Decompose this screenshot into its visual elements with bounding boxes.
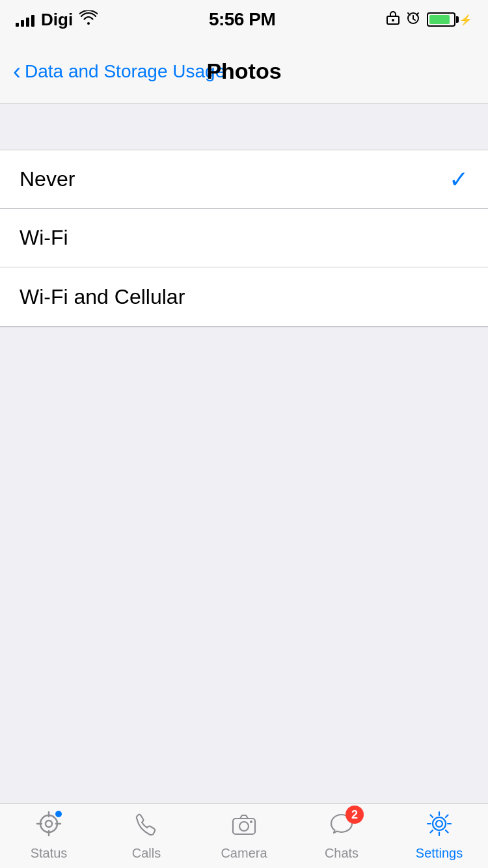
tab-item-camera[interactable]: Camera [195,804,293,868]
signal-bars-icon [16,12,34,27]
back-button[interactable]: ‹ Data and Storage Usage [13,60,225,83]
lock-icon [386,10,400,29]
tab-item-status[interactable]: Status [0,804,98,868]
svg-point-13 [433,817,446,830]
status-right: ⚡ [386,10,472,29]
tab-chats-label: Chats [325,846,359,861]
svg-point-1 [392,19,394,21]
tab-item-calls[interactable]: Calls [98,804,195,868]
tab-calls-label: Calls [132,846,161,861]
settings-tab-icon [426,811,452,842]
status-bar: Digi 5:56 PM [0,0,488,39]
chats-tab-icon: 2 [329,811,355,842]
svg-point-11 [250,821,252,823]
option-never-label: Never [20,167,75,191]
tab-item-settings[interactable]: Settings [390,804,488,868]
option-wifi[interactable]: Wi-Fi [0,209,488,267]
wifi-icon [79,10,98,29]
tab-status-label: Status [31,846,68,861]
page-title: Photos [206,59,281,84]
camera-tab-icon [231,811,257,842]
checkmark-icon: ✓ [449,166,468,193]
status-tab-icon [36,811,62,842]
carrier-label: Digi [41,10,73,30]
option-wifi-cellular-label: Wi-Fi and Cellular [20,285,185,309]
alarm-icon [406,10,420,29]
empty-content-area [0,327,488,803]
tab-bar: Status Calls Camera 2 Chat [0,803,488,868]
tab-settings-label: Settings [416,846,463,861]
time-display: 5:56 PM [209,9,275,30]
calls-tab-icon [133,811,159,842]
chats-badge: 2 [346,806,364,824]
section-spacer-top [0,104,488,150]
charging-icon: ⚡ [459,14,472,26]
tab-item-chats[interactable]: 2 Chats [293,804,390,868]
options-list: Never ✓ Wi-Fi Wi-Fi and Cellular [0,150,488,327]
svg-point-10 [239,822,249,831]
svg-point-4 [46,821,52,827]
battery-indicator: ⚡ [427,12,472,27]
svg-point-12 [436,821,442,827]
option-wifi-cellular[interactable]: Wi-Fi and Cellular [0,267,488,326]
back-label: Data and Storage Usage [25,61,225,82]
option-never[interactable]: Never ✓ [0,150,488,209]
navigation-bar: ‹ Data and Storage Usage Photos [0,39,488,104]
tab-camera-label: Camera [221,846,267,861]
svg-point-3 [40,815,57,832]
chevron-left-icon: ‹ [13,60,21,83]
status-dot [54,809,63,819]
status-left: Digi [16,10,98,30]
option-wifi-label: Wi-Fi [20,226,68,250]
